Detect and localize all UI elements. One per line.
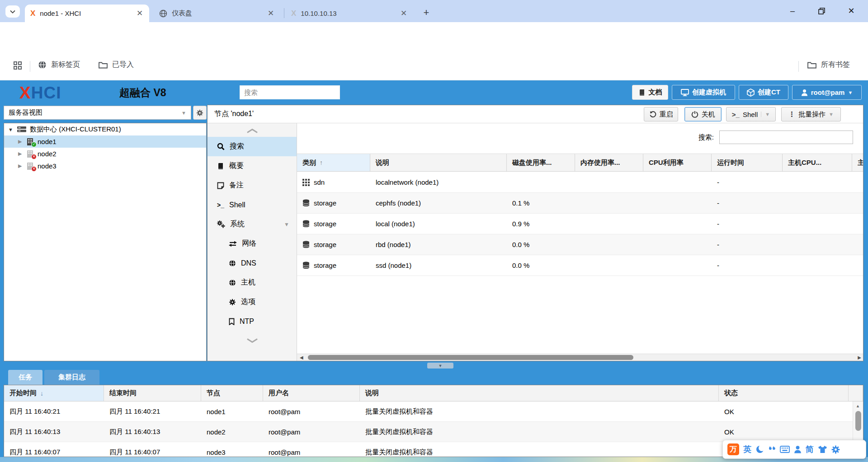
tab-cluster-log[interactable]: 集群日志 (44, 370, 99, 385)
column-header-type[interactable]: 类别↑ (297, 154, 370, 171)
task-row[interactable]: 四月 11 16:40:21 四月 11 16:40:21 node1 root… (4, 401, 863, 422)
menu-scroll-down-icon[interactable] (208, 335, 297, 346)
window-minimize-button[interactable]: – (785, 4, 800, 18)
table-row-ssd[interactable]: storage ssd (node1) 0.0 % - (297, 255, 863, 276)
chevron-down-icon[interactable]: ▼ (761, 112, 770, 117)
menu-item-summary[interactable]: 概要 (208, 156, 297, 176)
monitor-icon (681, 89, 689, 96)
browser-tab-ip[interactable]: X 10.10.10.13 ✕ (286, 5, 413, 22)
menu-item-ntp[interactable]: NTP (208, 312, 297, 331)
window-restore-button[interactable] (814, 4, 829, 18)
restart-button[interactable]: 重启 (644, 107, 678, 121)
bookmark-imported-folder[interactable]: 已导入 (99, 60, 134, 70)
scrollbar-thumb[interactable] (855, 411, 861, 431)
tshirt-skin-icon[interactable] (818, 445, 827, 453)
row-type: sdn (314, 178, 325, 186)
tab-search-button[interactable] (5, 5, 20, 18)
menu-item-notes[interactable]: 备注 (208, 176, 297, 195)
table-row-cephfs[interactable]: storage cephfs (node1) 0.1 % - (297, 193, 863, 214)
tree-item-node3[interactable]: ▶ ✕ node3 (4, 160, 206, 172)
caret-collapsed-icon[interactable]: ▶ (18, 163, 24, 169)
scrollbar-thumb[interactable] (308, 355, 633, 360)
column-header-end-time[interactable]: 结束时间 (104, 385, 201, 401)
tree-item-node1[interactable]: ▶ ✓ node1 (4, 135, 206, 148)
column-header-user[interactable]: 用户名 (263, 385, 360, 401)
tab-close-icon[interactable]: ✕ (136, 9, 144, 18)
table-row-local[interactable]: storage local (node1) 0.9 % - (297, 214, 863, 234)
ime-simplified-toggle[interactable]: 简 (806, 444, 814, 455)
create-ct-button[interactable]: 创建CT (739, 85, 788, 100)
column-header-memory-usage[interactable]: 内存使用率... (575, 154, 643, 171)
new-tab-button[interactable]: + (420, 6, 433, 19)
gear-icon (229, 299, 236, 306)
menu-scroll-up-icon[interactable] (208, 125, 297, 137)
column-header-cpu-usage[interactable]: CPU利用率 (643, 154, 712, 171)
menu-item-search[interactable]: 搜索 (208, 137, 297, 156)
moon-icon[interactable] (755, 445, 764, 454)
shutdown-button[interactable]: 关机 (684, 107, 722, 121)
tree-settings-button[interactable] (193, 106, 207, 120)
menu-item-options[interactable]: 选项 (208, 292, 297, 312)
task-end: 四月 11 16:40:13 (104, 428, 201, 436)
tab-close-icon[interactable]: ✕ (400, 9, 408, 18)
create-vm-button[interactable]: 创建虚拟机 (672, 85, 735, 100)
tab-close-icon[interactable]: ✕ (267, 9, 275, 18)
column-header-uptime[interactable]: 运行时间 (712, 154, 783, 171)
column-header-disk-usage[interactable]: 磁盘使用率... (507, 154, 575, 171)
window-close-button[interactable]: ✕ (844, 4, 859, 18)
table-row-rbd[interactable]: storage rbd (node1) 0.0 % - (297, 234, 863, 255)
scroll-left-icon[interactable]: ◀ (300, 355, 303, 360)
scroll-up-icon[interactable]: ▲ (856, 404, 860, 408)
tab-tasks[interactable]: 任务 (8, 370, 42, 385)
shell-button[interactable]: >_ Shell ▼ (726, 107, 776, 121)
horizontal-scrollbar[interactable]: ◀ ▶ (297, 354, 863, 361)
tree-item-label: 数据中心 (XHCI-CLUSTER01) (30, 125, 121, 134)
browser-tab-strip: X node1 - XHCI ✕ 仪表盘 ✕ X 10.10.10.13 ✕ +… (0, 0, 868, 22)
xhci-grey-favicon-icon: X (291, 9, 296, 18)
all-bookmarks-button[interactable]: 所有书签 (807, 60, 850, 70)
column-header-node[interactable]: 节点 (201, 385, 263, 401)
keyboard-icon[interactable] (780, 446, 790, 453)
tree-item-label: node1 (38, 138, 57, 145)
ime-logo-icon[interactable]: 万 (727, 443, 739, 455)
splitter-collapse-handle[interactable]: ▼ (427, 363, 453, 369)
bookmark-new-tab[interactable]: 新标签页 (38, 60, 80, 70)
tree-item-node2[interactable]: ▶ ✕ node2 (4, 148, 206, 160)
column-header-description[interactable]: 说明 (370, 154, 507, 171)
task-row[interactable]: 四月 11 16:40:13 四月 11 16:40:13 node2 root… (4, 422, 863, 442)
docs-button[interactable]: 文档 (632, 85, 668, 100)
tree-item-datacenter[interactable]: ▼ 数据中心 (XHCI-CLUSTER01) (4, 123, 206, 135)
menu-item-hosts[interactable]: 主机 (208, 273, 297, 292)
browser-tab-active[interactable]: X node1 - XHCI ✕ (25, 5, 149, 22)
view-selector[interactable]: 服务器视图 ▼ (4, 106, 191, 120)
ime-english-toggle[interactable]: 英 (743, 444, 751, 455)
task-node: node3 (201, 448, 263, 456)
user-menu-button[interactable]: root@pam ▼ (792, 85, 862, 100)
menu-item-label: 选项 (241, 297, 255, 307)
menu-item-dns[interactable]: DNS (208, 253, 297, 273)
table-search-input[interactable] (719, 131, 853, 144)
column-header-start-time[interactable]: 开始时间↓ (4, 385, 104, 401)
column-header-host-mem[interactable]: 主 (852, 154, 863, 171)
menu-item-shell[interactable]: >_ Shell (208, 195, 297, 215)
punctuation-icon[interactable] (769, 445, 776, 453)
caret-collapsed-icon[interactable]: ▶ (18, 151, 24, 157)
terminal-icon: >_ (732, 111, 740, 118)
column-header-host-cpu[interactable]: 主机CPU... (783, 154, 852, 171)
table-row-sdn[interactable]: sdn localnetwork (node1) - (297, 172, 863, 193)
menu-item-network[interactable]: 网络 (208, 234, 297, 253)
apps-grid-icon[interactable] (14, 61, 22, 70)
menu-item-system[interactable]: 系统 ▼ (208, 215, 297, 234)
gear-icon[interactable] (831, 445, 840, 454)
restart-icon (649, 111, 656, 118)
column-header-description[interactable]: 说明 (360, 385, 719, 401)
caret-collapsed-icon[interactable]: ▶ (18, 139, 24, 145)
scroll-right-icon[interactable]: ▶ (858, 355, 861, 360)
column-header-status[interactable]: 状态 (719, 385, 849, 401)
global-search-input[interactable] (240, 85, 340, 99)
browser-tab-dashboard[interactable]: 仪表盘 ✕ (154, 5, 280, 22)
bulk-actions-button[interactable]: ⋮ 批量操作 ▼ (781, 107, 841, 121)
user-icon[interactable] (794, 445, 802, 453)
caret-expanded-icon[interactable]: ▼ (8, 127, 14, 132)
node-panel-titlebar: 节点 'node1' 重启 关机 >_ Shell ▼ ⋮ 批量操作 ▼ (208, 105, 863, 123)
